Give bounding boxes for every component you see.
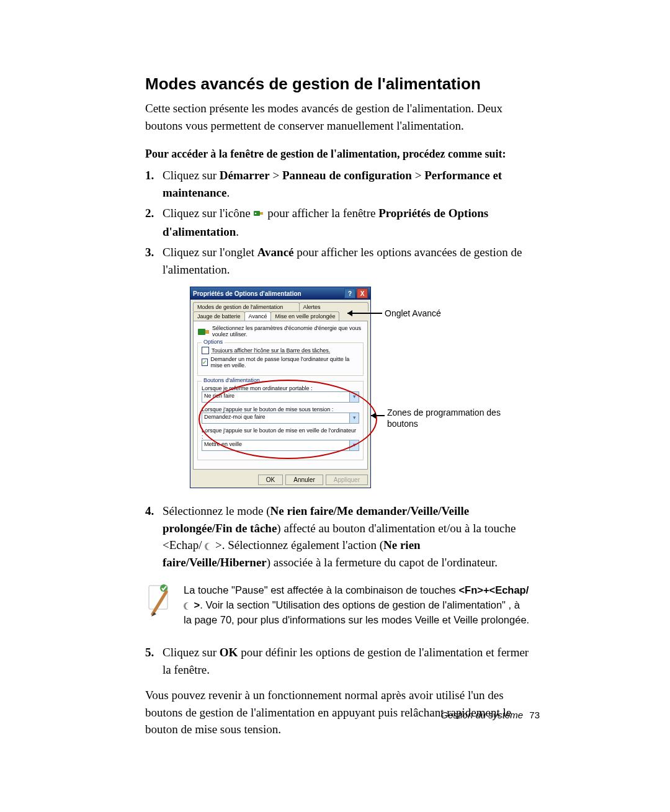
callout-line	[347, 313, 382, 314]
dialog-titlebar[interactable]: Propriétés de Options d'alimentation ? X	[190, 287, 370, 300]
info-note: La touche "Pause" est affectée à la comb…	[145, 583, 530, 628]
page-number: 73	[529, 710, 540, 720]
dialog-desc: Sélectionnez les paramètres d'économie d…	[212, 325, 364, 337]
tab-hibernate[interactable]: Mise en veille prolongée	[270, 311, 339, 321]
chevron-down-icon: ▾	[349, 392, 359, 402]
power-button-label: Lorsque j'appuie sur le bouton de mise s…	[202, 406, 359, 413]
power-icon	[197, 325, 212, 339]
checkbox-taskbar-icon[interactable]: Toujours afficher l'icône sur la Barre d…	[202, 347, 359, 354]
callout-advanced-tab: Onglet Avancé	[385, 308, 441, 318]
step-3-num: 3.	[145, 244, 163, 278]
power-button-combo[interactable]: Demandez-moi que faire ▾	[202, 413, 359, 424]
step-5-num: 5.	[145, 644, 163, 678]
step-1: 1. Cliquez sur Démarrer > Panneau de con…	[145, 167, 530, 201]
lid-close-label: Lorsque je referme mon ordinateur portab…	[202, 385, 359, 391]
footer-section: Gestion du système	[441, 710, 524, 720]
checkbox-password[interactable]: ✓ Demander un mot de passe lorsque l'ord…	[202, 356, 359, 368]
step-2-num: 2.	[145, 205, 163, 240]
power-buttons-group-label: Boutons d'alimentation	[202, 377, 262, 383]
svg-rect-3	[198, 329, 205, 335]
intro-text: Cette section présente les modes avancés…	[145, 100, 530, 134]
tab-battery-gauge[interactable]: Jauge de batterie	[193, 311, 245, 321]
tab-alerts[interactable]: Alertes	[299, 302, 368, 311]
procedure-lead: Pour accéder à la fenêtre de gestion de …	[145, 148, 530, 161]
sleep-button-label: Lorsque j'appuie sur le bouton de mise e…	[202, 427, 359, 440]
chevron-down-icon: ▾	[349, 440, 359, 450]
step-1-num: 1.	[145, 167, 163, 201]
checkbox-icon: ✓	[202, 359, 208, 366]
step-4: 4. Sélectionnez le mode (Ne rien faire/M…	[145, 502, 530, 571]
step-5: 5. Cliquez sur OK pour définir les optio…	[145, 644, 530, 678]
help-button[interactable]: ?	[344, 288, 355, 298]
svg-rect-4	[205, 330, 209, 334]
svg-point-2	[255, 213, 257, 215]
step-3: 3. Cliquez sur l'onglet Avancé pour affi…	[145, 244, 530, 278]
callout-button-zones: Zones de programmation des boutons	[387, 408, 511, 429]
dialog-title: Propriétés de Options d'alimentation	[193, 290, 343, 297]
dialog-figure: Propriétés de Options d'alimentation ? X…	[182, 287, 567, 491]
step-4-num: 4.	[145, 502, 163, 571]
chevron-down-icon: ▾	[349, 413, 359, 423]
page-footer: Gestion du système 73	[441, 710, 540, 720]
tab-power-schemes[interactable]: Modes de gestion de l'alimentation	[193, 302, 300, 311]
svg-rect-1	[260, 212, 263, 215]
section-heading: Modes avancés de gestion de l'alimentati…	[145, 74, 530, 94]
note-icon	[145, 583, 184, 628]
moon-icon	[205, 543, 212, 550]
ok-button[interactable]: OK	[258, 475, 283, 485]
options-group-label: Options	[202, 339, 225, 345]
cancel-button[interactable]: Annuler	[285, 475, 323, 485]
close-button[interactable]: X	[357, 288, 368, 298]
power-options-icon	[253, 206, 264, 223]
moon-icon	[184, 602, 191, 610]
lid-close-combo[interactable]: Ne rien faire ▾	[202, 391, 359, 403]
apply-button[interactable]: Appliquer	[326, 475, 368, 485]
step-2: 2. Cliquez sur l'icône pour afficher la …	[145, 205, 530, 240]
sleep-button-combo[interactable]: Mettre en veille ▾	[202, 440, 359, 451]
svg-rect-0	[254, 211, 260, 216]
callout-line	[371, 415, 385, 416]
tab-advanced[interactable]: Avancé	[244, 311, 272, 321]
checkbox-icon	[202, 347, 209, 354]
properties-dialog: Propriétés de Options d'alimentation ? X…	[190, 287, 371, 488]
